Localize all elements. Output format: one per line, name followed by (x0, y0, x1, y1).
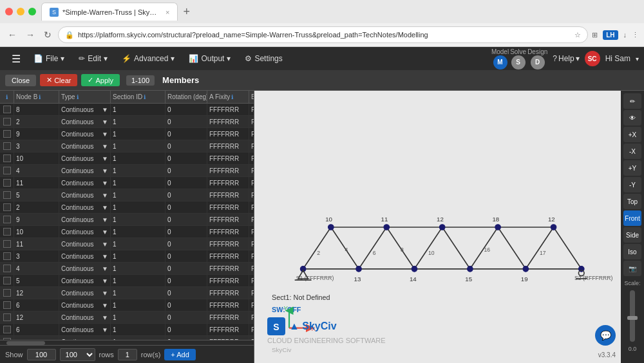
td-type[interactable]: Continuous ▼ (59, 275, 111, 286)
side-view-button[interactable]: Side (623, 227, 641, 243)
iso-view-button[interactable]: Iso (623, 244, 641, 259)
extensions-icon[interactable]: ⊞ (592, 31, 598, 39)
type-select[interactable]: Continuous (61, 180, 102, 187)
close-button[interactable]: Close (5, 75, 36, 86)
td-type[interactable]: Continuous ▼ (59, 177, 111, 189)
menu-icon[interactable]: ⋮ (632, 31, 639, 39)
camera-button[interactable]: 📷 (623, 261, 641, 276)
td-type[interactable]: Continuous ▼ (59, 214, 111, 225)
type-select[interactable]: Continuous (61, 290, 102, 297)
refresh-button[interactable]: ↻ (41, 28, 54, 41)
menu-advanced[interactable]: ⚡ Advanced ▾ (115, 51, 181, 66)
td-checkbox[interactable] (0, 128, 14, 140)
chat-button[interactable]: 💬 (595, 325, 616, 346)
td-checkbox[interactable] (0, 201, 14, 213)
table-row[interactable]: 12 Continuous ▼ 1 0 FFFFRRR FFFFRRR (0, 287, 254, 299)
type-select[interactable]: Continuous (61, 302, 102, 309)
solve-button[interactable]: Solve S (510, 48, 526, 70)
minus-x-button[interactable]: -X (623, 144, 641, 159)
td-checkbox[interactable] (0, 153, 14, 164)
td-checkbox[interactable] (0, 287, 14, 299)
table-row[interactable]: 3 Continuous ▼ 1 0 FFFFRRR FFFFRRR (0, 140, 254, 153)
address-bar[interactable]: 🔒 https://platform.skyciv.com/structural… (58, 26, 588, 43)
rows-input[interactable] (27, 349, 56, 360)
page-input[interactable] (118, 349, 137, 360)
user-chevron[interactable]: ▾ (636, 55, 639, 62)
minus-y-button[interactable]: -Y (623, 177, 641, 192)
user-avatar[interactable]: SC (585, 51, 600, 66)
td-checkbox[interactable] (0, 104, 14, 115)
type-select[interactable]: Continuous (61, 241, 102, 248)
plus-x-button[interactable]: +X (623, 127, 641, 142)
td-checkbox[interactable] (0, 177, 14, 189)
td-type[interactable]: Continuous ▼ (59, 189, 111, 201)
td-type[interactable]: Continuous ▼ (59, 201, 111, 213)
close-traffic-light[interactable] (5, 8, 13, 15)
table-row[interactable]: 10 Continuous ▼ 1 0 FFFFRRR FFFFRRR (0, 153, 254, 165)
add-button[interactable]: + Add (164, 349, 195, 360)
td-type[interactable]: Continuous ▼ (59, 299, 111, 311)
help-button[interactable]: ? Help ▾ (553, 54, 579, 63)
plus-y-button[interactable]: +Y (623, 160, 641, 176)
scale-thumb[interactable] (627, 316, 638, 320)
bookmark-icon[interactable]: ☆ (574, 31, 581, 39)
td-type[interactable]: Continuous ▼ (59, 250, 111, 262)
type-select[interactable]: Continuous (61, 118, 102, 126)
maximize-traffic-light[interactable] (28, 8, 36, 15)
td-checkbox[interactable] (0, 238, 14, 250)
td-type[interactable]: Continuous ▼ (59, 140, 111, 152)
front-view-button[interactable]: Front (623, 210, 641, 226)
td-checkbox[interactable] (0, 140, 14, 152)
td-checkbox[interactable] (0, 263, 14, 274)
downloads-icon[interactable]: ↓ (623, 31, 627, 39)
type-select[interactable]: Continuous (61, 326, 102, 333)
type-select[interactable]: Continuous (61, 216, 102, 223)
new-tab-button[interactable]: + (178, 5, 195, 19)
hamburger-menu[interactable]: ☰ (5, 53, 27, 65)
table-row[interactable]: 5 Continuous ▼ 1 0 FFFFRRR FFFFRRR (0, 189, 254, 201)
td-type[interactable]: Continuous ▼ (59, 312, 111, 323)
menu-file[interactable]: 📄 File ▾ (27, 51, 71, 66)
td-type[interactable]: Continuous ▼ (59, 153, 111, 164)
menu-settings[interactable]: ⚙ Settings (238, 51, 289, 66)
model-button[interactable]: Model M (491, 48, 509, 70)
td-checkbox[interactable] (0, 299, 14, 311)
apply-button[interactable]: ✓ Apply (81, 74, 120, 86)
edit-tool-button[interactable]: ✏ (623, 93, 641, 109)
type-select[interactable]: Continuous (61, 228, 102, 236)
td-checkbox[interactable] (0, 275, 14, 286)
td-checkbox[interactable] (0, 226, 14, 237)
table-row[interactable]: 12 Continuous ▼ 1 0 FFFFRRR FFFFRRR (0, 312, 254, 324)
type-select[interactable]: Continuous (61, 192, 102, 199)
td-checkbox[interactable] (0, 324, 14, 335)
td-checkbox[interactable] (0, 189, 14, 201)
tab-close-button[interactable]: × (166, 8, 169, 16)
table-row[interactable]: 2 Continuous ▼ 1 0 FFFFRRR FFFFRRR (0, 201, 254, 214)
back-button[interactable]: ← (5, 28, 19, 41)
type-select[interactable]: Continuous (61, 253, 102, 260)
table-row[interactable]: 4 Continuous ▼ 1 0 FFFFRRR FFFFRRR (0, 263, 254, 275)
table-row[interactable]: 11 Continuous ▼ 1 0 FFFFRRR FFFFRRR (0, 238, 254, 250)
td-type[interactable]: Continuous ▼ (59, 226, 111, 237)
td-type[interactable]: Continuous ▼ (59, 238, 111, 250)
td-checkbox[interactable] (0, 165, 14, 176)
td-checkbox[interactable] (0, 214, 14, 225)
table-row[interactable]: 5 Continuous ▼ 1 0 FFFFRRR FFFFRRR (0, 275, 254, 287)
table-row[interactable]: 3 Continuous ▼ 1 0 FFFFRRR FFFFRRR (0, 250, 254, 263)
forward-button[interactable]: → (23, 28, 37, 41)
type-select[interactable]: Continuous (61, 277, 102, 284)
td-type[interactable]: Continuous ▼ (59, 324, 111, 335)
clear-button[interactable]: ✕ Clear (40, 74, 77, 86)
minimize-traffic-light[interactable] (17, 8, 24, 15)
td-type[interactable]: Continuous ▼ (59, 104, 111, 115)
table-row[interactable]: 9 Continuous ▼ 1 0 FFFFRRR FFFFRRR (0, 214, 254, 226)
profile-badge[interactable]: LH (603, 30, 618, 40)
type-select[interactable]: Continuous (61, 106, 102, 113)
type-select[interactable]: Continuous (61, 314, 102, 321)
td-type[interactable]: Continuous ▼ (59, 116, 111, 127)
td-checkbox[interactable] (0, 250, 14, 262)
design-button[interactable]: Design D (527, 48, 547, 70)
rows-select[interactable]: 100 50 25 (60, 348, 95, 361)
td-type[interactable]: Continuous ▼ (59, 128, 111, 140)
top-view-button[interactable]: Top (623, 194, 641, 209)
